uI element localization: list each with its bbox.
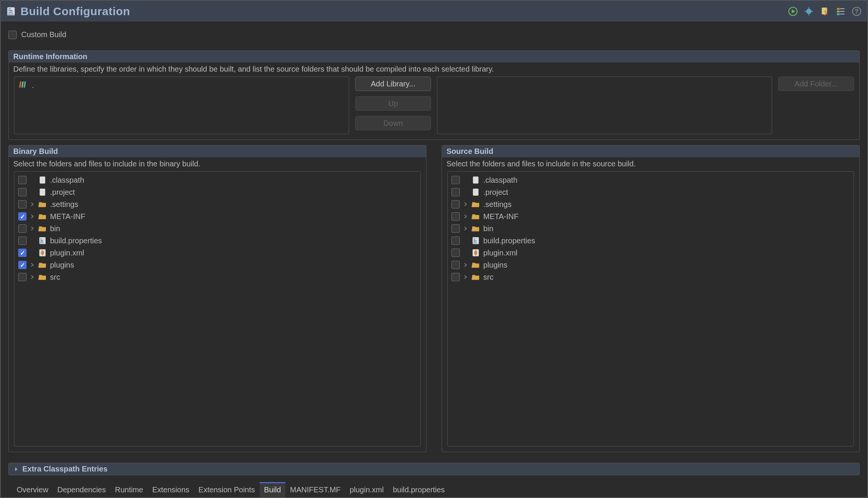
- svg-rect-51: [474, 251, 477, 254]
- extra-classpath-toggle[interactable]: Extra Classpath Entries: [9, 463, 859, 475]
- tree-row[interactable]: plugin.xml: [14, 247, 420, 259]
- tab-build-properties[interactable]: build.properties: [388, 482, 449, 497]
- tree-item-label: plugin.xml: [50, 249, 84, 257]
- chevron-right-icon[interactable]: [28, 261, 36, 269]
- tab-overview[interactable]: Overview: [12, 482, 53, 497]
- folder-icon: [471, 200, 480, 209]
- run-icon[interactable]: [788, 6, 798, 17]
- custom-build-checkbox[interactable]: [8, 31, 17, 39]
- help-icon[interactable]: ?: [851, 6, 862, 17]
- tree-checkbox[interactable]: [18, 188, 27, 196]
- chevron-right-icon[interactable]: [28, 200, 36, 208]
- tab-build[interactable]: Build: [260, 482, 285, 497]
- svg-rect-22: [41, 179, 44, 180]
- svg-rect-38: [474, 178, 476, 179]
- tab-dependencies[interactable]: Dependencies: [53, 482, 110, 497]
- export-icon[interactable]: [819, 6, 830, 17]
- down-button[interactable]: Down: [355, 116, 431, 130]
- tree-row[interactable]: plugins: [14, 259, 420, 271]
- chevron-right-icon[interactable]: [28, 224, 36, 233]
- libraries-listbox[interactable]: .: [14, 77, 349, 134]
- tree-row[interactable]: .classpath: [14, 174, 420, 186]
- chevron-right-icon[interactable]: [461, 200, 470, 208]
- svg-rect-1: [9, 8, 11, 9]
- svg-rect-52: [475, 251, 476, 252]
- chevron-right-icon[interactable]: [461, 261, 470, 269]
- svg-rect-13: [837, 11, 840, 13]
- tree-checkbox[interactable]: [451, 249, 460, 257]
- tree-checkbox[interactable]: [451, 261, 460, 269]
- svg-rect-27: [41, 193, 44, 194]
- debug-icon[interactable]: [804, 6, 814, 17]
- folder-icon: [471, 212, 480, 221]
- tree-row[interactable]: .settings: [448, 198, 854, 210]
- up-button[interactable]: Up: [355, 96, 431, 111]
- binary-build-tree[interactable]: .classpath.project.settingsMETA-INFbin01…: [14, 171, 421, 446]
- tree-row[interactable]: .project: [448, 186, 854, 198]
- source-build-tree[interactable]: .classpath.project.settingsMETA-INFbin01…: [447, 171, 854, 446]
- tree-row[interactable]: 010build.properties: [448, 235, 854, 247]
- tree-row[interactable]: META-INF: [14, 210, 420, 222]
- tree-row[interactable]: META-INF: [448, 210, 854, 222]
- chevron-right-icon[interactable]: [461, 212, 470, 221]
- tree-row[interactable]: src: [14, 271, 420, 283]
- tree-item-label: META-INF: [483, 212, 519, 221]
- add-folder-button[interactable]: Add Folder...: [778, 77, 854, 91]
- tree-row[interactable]: bin: [14, 222, 420, 235]
- folder-icon: [471, 260, 480, 269]
- organize-icon[interactable]: [835, 6, 846, 17]
- chevron-right-icon[interactable]: [28, 212, 36, 221]
- tree-item-label: .project: [50, 188, 75, 197]
- tree-checkbox[interactable]: [18, 176, 27, 184]
- tree-item-label: .classpath: [483, 176, 517, 185]
- tree-row[interactable]: 010build.properties: [14, 235, 420, 247]
- tree-checkbox[interactable]: [18, 273, 27, 281]
- tree-checkbox[interactable]: [451, 212, 460, 221]
- svg-rect-39: [474, 179, 477, 180]
- svg-text:010: 010: [8, 12, 14, 16]
- svg-rect-43: [474, 191, 477, 192]
- library-icon: [19, 80, 28, 91]
- tree-row[interactable]: .classpath: [448, 174, 854, 186]
- tree-checkbox[interactable]: [451, 236, 460, 245]
- tab-runtime[interactable]: Runtime: [110, 482, 147, 497]
- tab-plugin-xml[interactable]: plugin.xml: [345, 482, 388, 497]
- tree-row[interactable]: bin: [448, 222, 854, 235]
- tree-checkbox[interactable]: [18, 200, 27, 208]
- tree-checkbox[interactable]: [451, 188, 460, 196]
- library-item[interactable]: .: [14, 77, 349, 94]
- svg-rect-23: [41, 181, 44, 182]
- svg-rect-34: [41, 251, 44, 254]
- chevron-right-icon[interactable]: [461, 273, 470, 281]
- tree-checkbox[interactable]: [18, 224, 27, 233]
- tree-checkbox[interactable]: [451, 224, 460, 233]
- tree-checkbox[interactable]: [18, 261, 27, 269]
- tree-row[interactable]: plugin.xml: [448, 247, 854, 259]
- svg-point-6: [806, 9, 812, 14]
- tab-extensions[interactable]: Extensions: [148, 482, 194, 497]
- folder-icon: [38, 260, 47, 269]
- folders-listbox[interactable]: [437, 77, 772, 134]
- source-build-section: Source Build Select the folders and file…: [442, 145, 860, 452]
- tree-checkbox[interactable]: [451, 273, 460, 281]
- tree-row[interactable]: src: [448, 271, 854, 283]
- tree-row[interactable]: plugins: [448, 259, 854, 271]
- folder-icon: [471, 224, 480, 233]
- tree-checkbox[interactable]: [18, 236, 27, 245]
- add-library-button[interactable]: Add Library...: [355, 77, 431, 91]
- tree-row[interactable]: .settings: [14, 198, 420, 210]
- tree-item-label: .project: [483, 188, 508, 197]
- chevron-right-icon[interactable]: [461, 224, 470, 233]
- svg-rect-42: [474, 190, 476, 191]
- chevron-right-icon[interactable]: [28, 273, 36, 281]
- tree-checkbox[interactable]: [451, 176, 460, 184]
- svg-text:010: 010: [473, 242, 477, 244]
- tab-extension-points[interactable]: Extension Points: [194, 482, 260, 497]
- tree-checkbox[interactable]: [451, 200, 460, 208]
- tab-manifest-mf[interactable]: MANIFEST.MF: [285, 482, 345, 497]
- tree-checkbox[interactable]: [18, 249, 27, 257]
- file-icon: [471, 188, 480, 197]
- svg-rect-40: [474, 181, 477, 182]
- tree-checkbox[interactable]: [18, 212, 27, 221]
- tree-row[interactable]: .project: [14, 186, 420, 198]
